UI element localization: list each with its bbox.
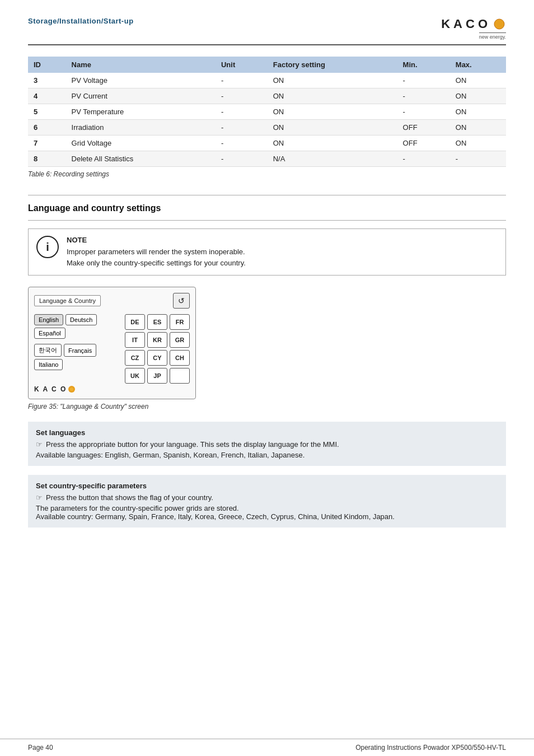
cell-name: PV Voltage xyxy=(66,73,216,88)
device-kaco-text: K A C O xyxy=(34,385,67,393)
language-buttons-row1: English Deutsch Español xyxy=(34,314,120,339)
cell-max: ON xyxy=(450,73,506,88)
table-row: 4PV Current-ON-ON xyxy=(28,88,506,104)
col-unit: Unit xyxy=(216,57,268,73)
lang-btn-english[interactable]: English xyxy=(34,314,63,325)
cell-max: ON xyxy=(450,88,506,104)
device-screen-label: Language & Country xyxy=(34,295,101,306)
section-divider xyxy=(28,195,506,195)
country-btn-gr[interactable]: GR xyxy=(170,332,190,348)
country-btn-cy[interactable]: CY xyxy=(147,350,167,366)
cell-min: - xyxy=(397,88,450,104)
cell-id: 5 xyxy=(28,104,66,120)
col-name: Name xyxy=(66,57,216,73)
section-heading: Language and country settings xyxy=(28,203,506,213)
lang-btn-espanol[interactable]: Español xyxy=(34,328,65,339)
country-btn-ch[interactable]: CH xyxy=(170,350,190,366)
cell-max: ON xyxy=(450,120,506,136)
cell-factory: ON xyxy=(268,136,397,151)
cell-unit: - xyxy=(216,88,268,104)
cell-id: 6 xyxy=(28,120,66,136)
footer-page: Page 40 xyxy=(28,744,53,752)
cell-max: - xyxy=(450,151,506,167)
kaco-sun-icon xyxy=(493,17,506,31)
device-back-button[interactable]: ↺ xyxy=(173,293,190,309)
note-box: i NOTE Improper parameters will render t… xyxy=(28,228,506,276)
col-min: Min. xyxy=(397,57,450,73)
col-id: ID xyxy=(28,57,66,73)
set-country-text2: The parameters for the country-specific … xyxy=(36,504,498,512)
table-row: 6Irradiation-ONOFFON xyxy=(28,120,506,136)
set-country-box: Set country-specific parameters ☞ Press … xyxy=(28,475,506,528)
cell-unit: - xyxy=(216,120,268,136)
set-languages-title: Set languages xyxy=(36,428,498,437)
cell-min: - xyxy=(397,151,450,167)
set-country-text3: Available country: Germany, Spain, Franc… xyxy=(36,512,498,521)
country-btn-empty xyxy=(170,368,190,384)
cell-name: Irradiation xyxy=(66,120,216,136)
page-header: Storage/Installation/Start-up K A C O ne… xyxy=(28,17,506,45)
cell-unit: - xyxy=(216,104,268,120)
cell-factory: ON xyxy=(268,88,397,104)
country-btn-jp[interactable]: JP xyxy=(147,368,167,384)
device-body: English Deutsch Español 한국어 Français Ita… xyxy=(34,314,190,393)
table-row: 3PV Voltage-ON-ON xyxy=(28,73,506,88)
cell-factory: ON xyxy=(268,120,397,136)
cell-max: ON xyxy=(450,136,506,151)
lang-btn-korean[interactable]: 한국어 xyxy=(34,344,62,357)
svg-point-1 xyxy=(496,21,502,27)
cell-min: OFF xyxy=(397,120,450,136)
arrow-icon-2: ☞ xyxy=(36,493,43,502)
section-divider-2 xyxy=(28,220,506,221)
arrow-icon-1: ☞ xyxy=(36,440,43,449)
table-caption: Table 6: Recording settings xyxy=(28,170,506,178)
cell-min: - xyxy=(397,73,450,88)
info-icon: i xyxy=(36,236,59,258)
table-row: 8Delete All Statistics-N/A-- xyxy=(28,151,506,167)
lang-btn-francais[interactable]: Français xyxy=(64,344,96,357)
cell-min: OFF xyxy=(397,136,450,151)
recording-settings-table: ID Name Unit Factory setting Min. Max. 3… xyxy=(28,57,506,167)
page-title: Storage/Installation/Start-up xyxy=(28,17,134,25)
note-line-2: Make only the country-specific settings … xyxy=(67,258,246,269)
svg-point-3 xyxy=(70,388,73,391)
country-btn-cz[interactable]: CZ xyxy=(125,350,145,366)
table-header-row: ID Name Unit Factory setting Min. Max. xyxy=(28,57,506,73)
set-languages-text1: Press the appropriate button for your la… xyxy=(46,440,339,449)
note-title: NOTE xyxy=(67,236,246,244)
device-kaco-branding: K A C O xyxy=(34,381,120,393)
cell-name: Delete All Statistics xyxy=(66,151,216,167)
kaco-logo: K A C O new energy. xyxy=(441,17,506,40)
device-top-bar: Language & Country ↺ xyxy=(34,293,190,309)
cell-factory: ON xyxy=(268,104,397,120)
set-languages-text2: Available languages: English, German, Sp… xyxy=(36,451,498,459)
cell-factory: N/A xyxy=(268,151,397,167)
cell-id: 8 xyxy=(28,151,66,167)
col-max: Max. xyxy=(450,57,506,73)
country-btn-it[interactable]: IT xyxy=(125,332,145,348)
device-kaco-sun-icon xyxy=(68,385,76,393)
country-btn-uk[interactable]: UK xyxy=(125,368,145,384)
lang-btn-italiano[interactable]: Italiano xyxy=(34,359,63,370)
note-content: NOTE Improper parameters will render the… xyxy=(67,236,246,268)
cell-id: 4 xyxy=(28,88,66,104)
country-btn-es[interactable]: ES xyxy=(147,314,167,330)
kaco-tagline: new energy. xyxy=(479,32,506,40)
set-languages-box: Set languages ☞ Press the appropriate bu… xyxy=(28,422,506,466)
cell-name: Grid Voltage xyxy=(66,136,216,151)
set-country-note: ☞ Press the button that shows the flag o… xyxy=(36,493,498,502)
cell-unit: - xyxy=(216,73,268,88)
col-factory: Factory setting xyxy=(268,57,397,73)
set-country-text1: Press the button that shows the flag of … xyxy=(46,493,213,502)
device-mockup: Language & Country ↺ English Deutsch Esp… xyxy=(28,287,196,399)
country-btn-fr[interactable]: FR xyxy=(170,314,190,330)
country-btn-kr[interactable]: KR xyxy=(147,332,167,348)
figure-caption: Figure 35: "Language & Country" screen xyxy=(28,403,506,410)
page-footer: Page 40 Operating Instructions Powador X… xyxy=(0,739,534,756)
lang-btn-deutsch[interactable]: Deutsch xyxy=(65,314,97,325)
country-btn-de[interactable]: DE xyxy=(125,314,145,330)
cell-max: ON xyxy=(450,104,506,120)
set-country-title: Set country-specific parameters xyxy=(36,482,498,490)
cell-factory: ON xyxy=(268,73,397,88)
cell-id: 7 xyxy=(28,136,66,151)
